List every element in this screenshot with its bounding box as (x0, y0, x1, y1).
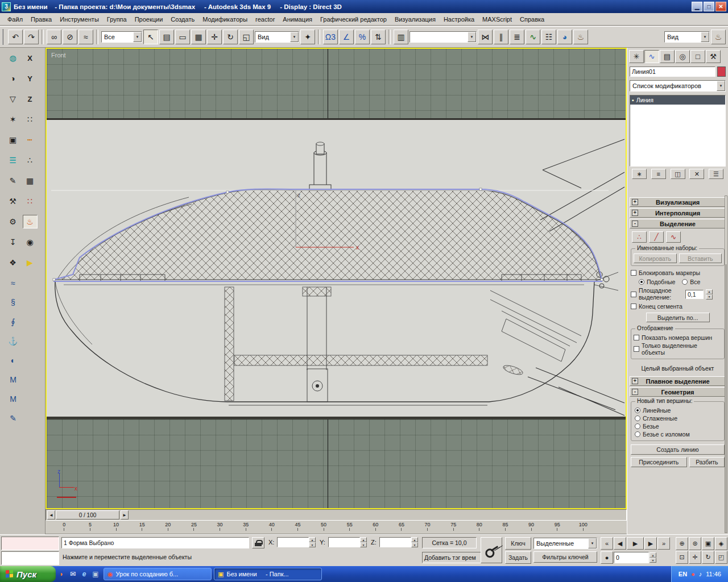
previous-frame-button[interactable]: ◀ (614, 537, 626, 550)
sphere-icon[interactable]: ◑ (6, 72, 20, 85)
key-selection-dropdown[interactable]: Выделенные▼ (533, 538, 597, 549)
menu-customize[interactable]: Настройка (440, 14, 478, 24)
pin-stack-button[interactable]: ∗ (632, 169, 647, 179)
menu-animation[interactable]: Анимация (279, 14, 316, 24)
go-to-end-button[interactable]: » (657, 537, 670, 550)
window-crossing-button[interactable]: ▦ (191, 30, 206, 44)
set-keys-button[interactable] (481, 537, 502, 563)
pin-down-icon[interactable]: ↧ (6, 235, 20, 249)
tab-hierarchy[interactable]: ▤ (660, 50, 675, 63)
select-and-rotate-button[interactable]: ↻ (223, 30, 238, 44)
menu-rendering[interactable]: Визуализация (391, 14, 440, 24)
stack-item-line[interactable]: ▪ Линия (630, 95, 725, 105)
tab-create[interactable]: ✳ (629, 50, 644, 63)
start-button[interactable]: Пуск (0, 566, 56, 582)
hammer-icon[interactable]: ⚒ (6, 194, 20, 208)
media-player-icon[interactable]: ◗ (56, 568, 67, 580)
select-and-move-button[interactable]: ✛ (207, 30, 222, 44)
x-spinner[interactable]: ▲▼ (309, 537, 316, 547)
configure-modifier-sets-button[interactable]: ☰ (709, 169, 723, 179)
menu-tools[interactable]: Инструменты (56, 14, 103, 24)
menu-maxscript[interactable]: MAXScript (478, 14, 516, 24)
next-frame-button[interactable]: ▶ (644, 537, 657, 550)
select-and-link-button[interactable]: ∞ (47, 30, 61, 44)
tab-display[interactable]: □ (690, 50, 705, 63)
clock[interactable]: 11:46 (706, 571, 721, 577)
viewport-label[interactable]: Front (51, 52, 66, 59)
spinner-snap-button[interactable]: ⇅ (371, 30, 386, 44)
reference-coordinate-dropdown[interactable]: Вид▼ (255, 31, 299, 43)
create-line-button[interactable]: Создать линию (631, 444, 725, 455)
eye-icon[interactable]: ◉ (23, 235, 38, 249)
paste-button[interactable]: Вставить (679, 253, 722, 263)
key-filters-button[interactable]: Фильтры ключей (533, 551, 597, 563)
menu-views[interactable]: Проекции (131, 14, 167, 24)
spline-subobject-button[interactable]: ∿ (666, 231, 681, 243)
show-desktop-icon[interactable]: ▣ (90, 568, 101, 580)
rollout-geometry[interactable]: -Геометрия (630, 387, 726, 397)
y-spinner[interactable]: ▲▼ (360, 537, 367, 547)
image-icon[interactable]: ▣ (6, 133, 20, 147)
select-by-button[interactable]: Выделить по... (646, 313, 710, 322)
taskbar-task-lesson[interactable]: ◉ Урок по созданию б... (104, 568, 212, 580)
angle-snap-button[interactable]: ∠ (339, 30, 354, 44)
menu-edit[interactable]: Правка (27, 14, 56, 24)
zoom-button[interactable]: ⊕ (676, 537, 688, 550)
cone-icon[interactable]: ▽ (6, 92, 20, 106)
all-radio[interactable] (682, 279, 688, 285)
menu-reactor[interactable]: reactor (251, 14, 279, 24)
go-to-start-button[interactable]: « (601, 537, 613, 550)
m2-modifier-icon[interactable]: M (6, 392, 20, 406)
break-button[interactable]: Разбить (689, 457, 725, 467)
anchor-icon[interactable]: ⚓ (6, 334, 20, 348)
volume-icon[interactable]: ♪ (699, 571, 702, 577)
dots-icon[interactable]: ∴ (23, 153, 38, 167)
brush-icon[interactable]: ✎ (6, 411, 20, 425)
half-sphere-icon[interactable]: ◐ (6, 354, 20, 367)
auto-key-button[interactable]: Ключ (505, 537, 531, 550)
menu-create[interactable]: Создать (167, 14, 198, 24)
play-triangle-icon[interactable]: ▶ (23, 256, 38, 269)
layer-manager-button[interactable]: ≣ (510, 30, 524, 44)
selected-only-checkbox[interactable] (634, 346, 639, 352)
current-frame-field[interactable]: 0 (614, 552, 649, 563)
flame-icon[interactable]: ♨ (23, 215, 38, 228)
smooth-vertex-radio[interactable] (635, 415, 640, 421)
rollout-rendering[interactable]: +Визуализация (630, 197, 726, 207)
time-slider-thumb[interactable]: 0 / 100 (56, 510, 119, 519)
bezier-corner-vertex-radio[interactable] (635, 431, 640, 437)
mirror-button[interactable]: ⋈ (478, 30, 493, 44)
alike-radio[interactable] (639, 279, 644, 285)
named-selection-dropdown[interactable]: ▼ (410, 31, 477, 43)
rollout-interpolation[interactable]: +Интерполяция (630, 208, 726, 218)
area-selection-checkbox[interactable] (631, 292, 636, 297)
layers-stack-icon[interactable]: ☰ (6, 153, 20, 167)
x-axis-constraint-icon[interactable]: X (23, 51, 38, 65)
maximize-button[interactable]: □ (704, 2, 714, 11)
hand-icon[interactable]: ❖ (6, 256, 20, 269)
arc-rotate-button[interactable]: ↻ (702, 551, 714, 564)
timeline-ruler[interactable]: 0 5 10 15 20 25 30 35 40 45 50 55 60 65 … (46, 521, 627, 534)
select-by-name-button[interactable]: ▤ (159, 30, 174, 44)
y-axis-constraint-icon[interactable]: Y (23, 72, 38, 85)
min-max-toggle-button[interactable]: ◰ (715, 551, 727, 564)
show-end-result-button[interactable]: ≡ (651, 169, 666, 179)
spring-icon[interactable]: § (6, 296, 20, 309)
bezier-vertex-radio[interactable] (635, 423, 640, 429)
time-slider[interactable]: ◄ 0 / 100 ► (46, 509, 627, 521)
select-and-manipulate-button[interactable]: ✦ (300, 30, 315, 44)
panel-scrollbar[interactable] (725, 196, 727, 533)
render-setup-button[interactable]: ♨ (573, 30, 588, 44)
previous-frame-arrow[interactable]: ◄ (47, 510, 55, 519)
menu-file[interactable]: Файл (3, 14, 27, 24)
area-selection-spinner[interactable]: ▲▼ (706, 289, 713, 300)
set-key-button[interactable]: Задать (505, 551, 531, 564)
frame-spinner[interactable]: ▲▼ (650, 552, 656, 563)
copy-button[interactable]: Копировать (634, 253, 677, 263)
menu-graph-editor[interactable]: Графический редактор (316, 14, 391, 24)
gear-icon[interactable]: ⚙ (6, 215, 20, 228)
object-name-field[interactable]: Линия01 (630, 66, 715, 77)
star-icon[interactable]: ✶ (6, 113, 20, 126)
key-mode-toggle-button[interactable]: ● (601, 551, 613, 564)
next-frame-arrow[interactable]: ► (121, 510, 129, 519)
